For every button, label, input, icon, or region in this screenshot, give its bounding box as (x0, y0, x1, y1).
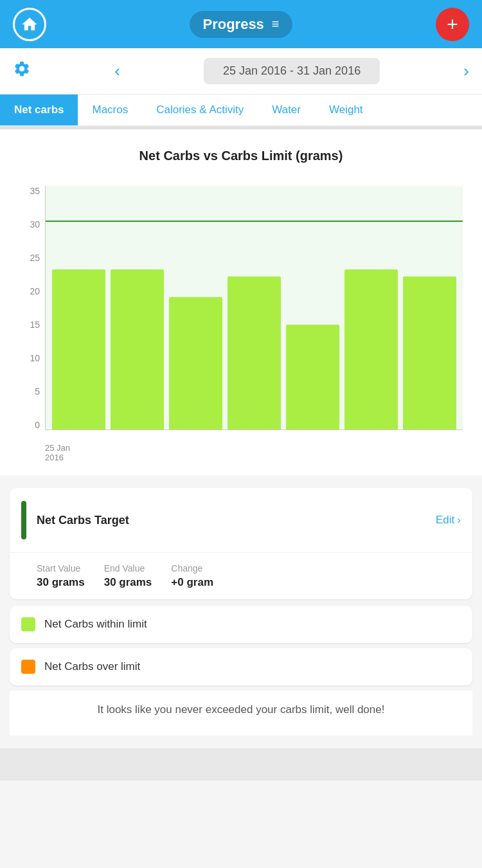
over-limit-label: Net Carbs over limit (44, 660, 140, 673)
chart-bar-6 (403, 276, 456, 429)
edit-label: Edit (436, 514, 454, 527)
target-card-title: Net Carbs Target (37, 514, 436, 527)
chart-title: Net Carbs vs Carbs Limit (grams) (13, 149, 469, 163)
y-label-20: 20 (30, 286, 40, 296)
edit-button[interactable]: Edit › (436, 514, 461, 527)
chart-area (45, 186, 463, 430)
chart-section: Net Carbs vs Carbs Limit (grams) 35 30 2… (0, 129, 482, 475)
date-navigation: ‹ 25 Jan 2016 - 31 Jan 2016 › (0, 48, 482, 95)
legend-within-limit: Net Carbs within limit (10, 606, 472, 643)
home-button[interactable] (13, 8, 46, 41)
change-label: Change (171, 563, 213, 574)
y-label-35: 35 (30, 186, 40, 196)
end-value-col: End Value 30 grams (104, 563, 152, 589)
x-axis-label: 25 Jan2016 (45, 439, 70, 462)
congrats-message: It looks like you never exceeded your ca… (10, 691, 472, 736)
tab-water[interactable]: Water (258, 95, 315, 125)
chevron-right-icon: › (457, 514, 461, 527)
within-limit-color (21, 617, 35, 631)
app-title: Progress (202, 16, 263, 33)
end-value-label: End Value (104, 563, 152, 574)
start-value: 30 grams (37, 576, 85, 589)
app-header: Progress ≡ + (0, 0, 482, 48)
end-value: 30 grams (104, 576, 152, 589)
y-label-0: 0 (35, 420, 40, 430)
y-label-30: 30 (30, 219, 40, 230)
start-value-label: Start Value (37, 563, 85, 574)
chart-bar-3 (228, 276, 281, 429)
chart-bar-4 (286, 325, 339, 429)
tab-bar: Net carbs Macros Calories & Activity Wat… (0, 95, 482, 127)
cards-section: Net Carbs Target Edit › Start Value 30 g… (0, 475, 482, 748)
chart-bar-0 (52, 269, 105, 429)
footer-bar (0, 748, 482, 781)
next-date-button[interactable]: › (463, 61, 469, 81)
y-label-25: 25 (30, 253, 40, 263)
add-button[interactable]: + (436, 8, 469, 41)
chart-bar-5 (344, 269, 398, 429)
change-value: +0 gram (171, 576, 213, 589)
over-limit-color (21, 660, 35, 674)
settings-icon[interactable] (13, 60, 31, 82)
chart-bars (46, 186, 463, 429)
y-axis: 35 30 25 20 15 10 5 0 (13, 186, 45, 430)
tab-net-carbs[interactable]: Net carbs (0, 95, 78, 125)
chart-container: 35 30 25 20 15 10 5 0 (13, 179, 469, 462)
legend-over-limit: Net Carbs over limit (10, 648, 472, 685)
prev-date-button[interactable]: ‹ (114, 61, 120, 81)
tab-weight[interactable]: Weight (315, 95, 377, 125)
within-limit-label: Net Carbs within limit (44, 618, 147, 631)
y-label-15: 15 (30, 320, 40, 330)
chart-bar-1 (111, 269, 164, 429)
target-card-header: Net Carbs Target Edit › (10, 488, 472, 553)
target-card-stats: Start Value 30 grams End Value 30 grams … (10, 553, 472, 599)
tab-calories-activity[interactable]: Calories & Activity (142, 95, 258, 125)
y-label-10: 10 (30, 353, 40, 363)
target-card: Net Carbs Target Edit › Start Value 30 g… (10, 488, 472, 599)
start-value-col: Start Value 30 grams (37, 563, 85, 589)
y-label-5: 5 (35, 386, 40, 397)
chart-bar-2 (169, 297, 222, 429)
menu-icon[interactable]: ≡ (272, 17, 280, 32)
header-title-area: Progress ≡ (190, 11, 292, 38)
change-col: Change +0 gram (171, 563, 213, 589)
date-range-display[interactable]: 25 Jan 2016 - 31 Jan 2016 (204, 58, 380, 84)
tab-macros[interactable]: Macros (78, 95, 142, 125)
target-color-indicator (21, 501, 26, 539)
